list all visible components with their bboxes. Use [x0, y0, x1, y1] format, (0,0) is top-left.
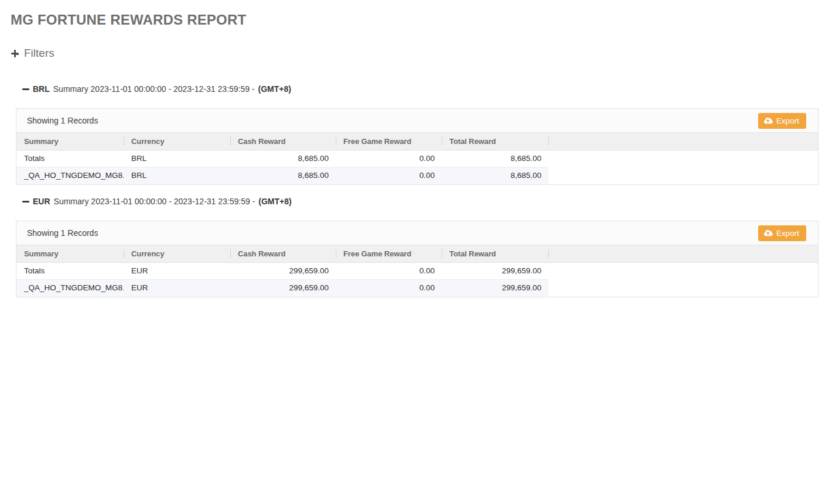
column-header-summary: Summary	[16, 133, 124, 150]
cell-total-reward: 8,685.00	[442, 150, 548, 167]
report-panel-brl: Showing 1 Records Export Summary Currenc…	[16, 108, 818, 185]
column-header-cash-reward: Cash Reward	[230, 133, 336, 150]
table-header-row: Summary Currency Cash Reward Free Game R…	[16, 133, 818, 150]
cell-currency: BRL	[124, 150, 230, 167]
cell-summary: Totals	[16, 263, 124, 279]
column-header-currency: Currency	[124, 133, 230, 150]
row-filler	[548, 280, 818, 297]
panel-toolbar: Showing 1 Records Export	[16, 109, 818, 133]
cell-currency: EUR	[124, 263, 230, 279]
collapse-minus-icon[interactable]	[22, 201, 29, 203]
cloud-download-icon	[764, 229, 773, 236]
section-summary-text: Summary 2023-11-01 00:00:00 - 2023-12-31…	[53, 84, 255, 94]
section-timezone: (GMT+8)	[258, 84, 291, 94]
report-page: MG FORTUNE REWARDS REPORT Filters BRL Su…	[0, 12, 839, 504]
records-count-text: Showing 1 Records	[27, 116, 98, 125]
panel-toolbar: Showing 1 Records Export	[16, 221, 818, 245]
cell-total-reward: 299,659.00	[442, 280, 548, 297]
filters-label: Filters	[24, 46, 54, 60]
cell-cash-reward: 8,685.00	[230, 150, 336, 167]
cell-cash-reward: 299,659.00	[230, 263, 336, 279]
column-header-summary: Summary	[16, 245, 124, 262]
cell-free-game-reward: 0.00	[336, 280, 442, 297]
table-row-totals: Totals EUR 299,659.00 0.00 299,659.00	[16, 263, 818, 280]
cell-cash-reward: 299,659.00	[230, 280, 336, 297]
section-currency: EUR	[33, 197, 50, 207]
export-button-label: Export	[776, 229, 799, 238]
export-button[interactable]: Export	[758, 113, 806, 129]
report-panel-eur: Showing 1 Records Export Summary Currenc…	[16, 221, 818, 297]
cell-free-game-reward: 0.00	[336, 150, 442, 167]
plus-icon	[11, 49, 19, 58]
section-header-eur: EUR Summary 2023-11-01 00:00:00 - 2023-1…	[22, 197, 839, 207]
cell-summary: _QA_HO_TNGDEMO_MG8...	[16, 280, 124, 297]
cell-free-game-reward: 0.00	[336, 167, 442, 184]
row-filler	[548, 150, 818, 167]
section-summary-text: Summary 2023-11-01 00:00:00 - 2023-12-31…	[54, 197, 255, 207]
cell-summary: _QA_HO_TNGDEMO_MG8...	[16, 167, 124, 184]
column-header-cash-reward: Cash Reward	[230, 245, 336, 262]
table-row: _QA_HO_TNGDEMO_MG8... EUR 299,659.00 0.0…	[16, 280, 818, 297]
column-header-currency: Currency	[124, 245, 230, 262]
column-header-filler	[548, 133, 818, 150]
table-row: _QA_HO_TNGDEMO_MG8... BRL 8,685.00 0.00 …	[16, 167, 818, 184]
column-header-free-game-reward: Free Game Reward	[336, 133, 442, 150]
section-timezone: (GMT+8)	[258, 197, 291, 207]
filters-toggle[interactable]: Filters	[11, 46, 54, 60]
section-header-brl: BRL Summary 2023-11-01 00:00:00 - 2023-1…	[22, 84, 839, 94]
cell-free-game-reward: 0.00	[336, 263, 442, 279]
cell-total-reward: 8,685.00	[442, 167, 548, 184]
cell-total-reward: 299,659.00	[442, 263, 548, 279]
cell-currency: EUR	[124, 280, 230, 297]
collapse-minus-icon[interactable]	[22, 88, 29, 90]
column-header-total-reward: Total Reward	[442, 245, 548, 262]
row-filler	[548, 263, 818, 280]
cloud-download-icon	[764, 117, 773, 124]
cell-cash-reward: 8,685.00	[230, 167, 336, 184]
table-header-row: Summary Currency Cash Reward Free Game R…	[16, 245, 818, 263]
export-button[interactable]: Export	[758, 225, 806, 241]
section-currency: BRL	[33, 84, 50, 94]
column-header-filler	[548, 245, 818, 262]
records-count-text: Showing 1 Records	[27, 228, 98, 238]
export-button-label: Export	[776, 116, 799, 125]
column-header-free-game-reward: Free Game Reward	[336, 245, 442, 262]
cell-currency: BRL	[124, 167, 230, 184]
table-row-totals: Totals BRL 8,685.00 0.00 8,685.00	[16, 150, 818, 167]
row-filler	[548, 167, 818, 184]
cell-summary: Totals	[16, 150, 124, 167]
column-header-total-reward: Total Reward	[442, 133, 548, 150]
page-title: MG FORTUNE REWARDS REPORT	[11, 12, 839, 28]
